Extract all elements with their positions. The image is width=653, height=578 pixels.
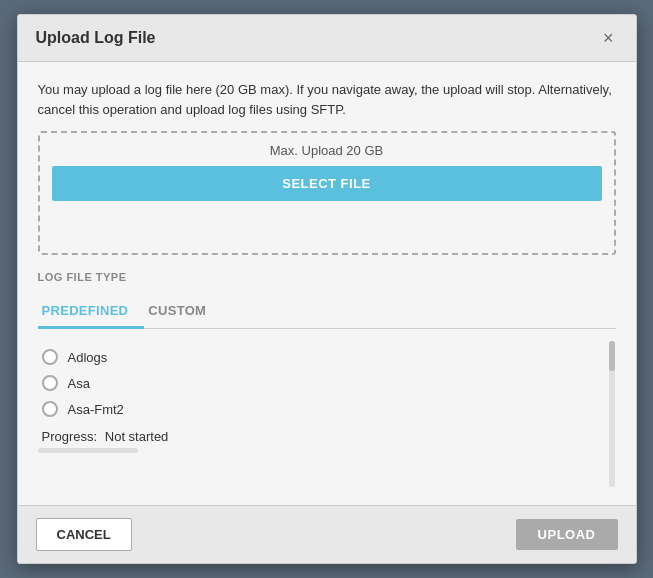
progress-status: Not started — [105, 429, 169, 444]
upload-zone: Max. Upload 20 GB SELECT FILE — [38, 131, 616, 255]
radio-item-asa-fmt2[interactable]: Asa-Fmt2 — [42, 401, 600, 417]
radio-label-adlogs: Adlogs — [68, 350, 108, 365]
modal-body: You may upload a log file here (20 GB ma… — [18, 62, 636, 505]
modal-overlay: Upload Log File × You may upload a log f… — [0, 0, 653, 578]
radio-item-asa[interactable]: Asa — [42, 375, 600, 391]
tab-predefined[interactable]: PREDEFINED — [38, 295, 145, 329]
tab-content-area: Adlogs Asa Asa-Fmt2 — [38, 341, 616, 487]
modal-title: Upload Log File — [36, 29, 156, 47]
max-upload-label: Max. Upload 20 GB — [270, 143, 383, 158]
tab-bar: PREDEFINED CUSTOM — [38, 295, 616, 329]
info-text: You may upload a log file here (20 GB ma… — [38, 80, 616, 119]
radio-circle-asa-fmt2 — [42, 401, 58, 417]
modal-footer: CANCEL UPLOAD — [18, 505, 636, 563]
upload-button[interactable]: UPLOAD — [516, 519, 618, 550]
progress-label: Progress: Not started — [38, 429, 604, 444]
radio-list: Adlogs Asa Asa-Fmt2 — [38, 341, 604, 425]
select-file-button[interactable]: SELECT FILE — [52, 166, 602, 201]
modal-header: Upload Log File × — [18, 15, 636, 62]
scrollbar-track[interactable] — [608, 341, 616, 487]
log-file-type-label: LOG FILE TYPE — [38, 271, 616, 283]
close-button[interactable]: × — [599, 29, 618, 47]
upload-log-modal: Upload Log File × You may upload a log f… — [17, 14, 637, 564]
progress-bar-background — [38, 448, 138, 453]
tab-custom[interactable]: CUSTOM — [144, 295, 222, 329]
cancel-button[interactable]: CANCEL — [36, 518, 132, 551]
radio-label-asa-fmt2: Asa-Fmt2 — [68, 402, 124, 417]
radio-circle-adlogs — [42, 349, 58, 365]
radio-circle-asa — [42, 375, 58, 391]
progress-section: Progress: Not started — [38, 429, 604, 453]
radio-item-adlogs[interactable]: Adlogs — [42, 349, 600, 365]
radio-label-asa: Asa — [68, 376, 90, 391]
scroll-content: Adlogs Asa Asa-Fmt2 — [38, 341, 604, 487]
drop-area — [52, 209, 602, 239]
